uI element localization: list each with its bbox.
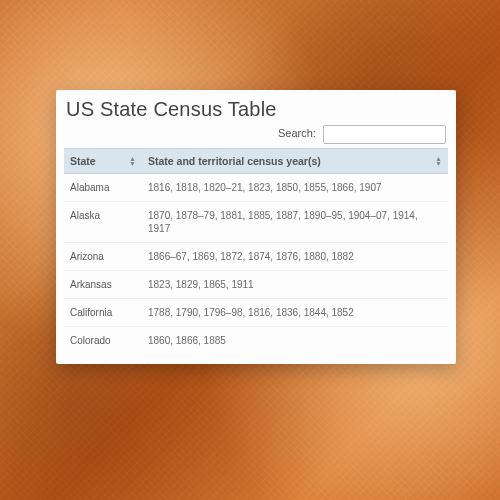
cell-years: 1866–67, 1869, 1872, 1874, 1876, 1880, 1… <box>142 243 448 271</box>
table-row: California 1788, 1790, 1796–98, 1816, 18… <box>64 299 448 327</box>
table-row: Arizona 1866–67, 1869, 1872, 1874, 1876,… <box>64 243 448 271</box>
census-table-panel: US State Census Table Search: State ▲▼ S… <box>56 90 456 364</box>
census-table: State ▲▼ State and territorial census ye… <box>64 148 448 354</box>
cell-years: 1860, 1866, 1885 <box>142 327 448 355</box>
cell-years: 1823, 1829, 1865, 1911 <box>142 271 448 299</box>
table-row: Alaska 1870, 1878–79, 1881, 1885, 1887, … <box>64 202 448 243</box>
table-row: Colorado 1860, 1866, 1885 <box>64 327 448 355</box>
column-header-state[interactable]: State ▲▼ <box>64 149 142 174</box>
cell-years: 1788, 1790, 1796–98, 1816, 1836, 1844, 1… <box>142 299 448 327</box>
sort-icon: ▲▼ <box>435 156 442 166</box>
search-row: Search: <box>64 125 446 144</box>
page-title: US State Census Table <box>66 98 448 121</box>
cell-state: Alaska <box>64 202 142 243</box>
table-row: Arkansas 1823, 1829, 1865, 1911 <box>64 271 448 299</box>
search-label: Search: <box>278 127 316 139</box>
cell-state: Colorado <box>64 327 142 355</box>
cell-years: 1816, 1818, 1820–21, 1823, 1850, 1855, 1… <box>142 174 448 202</box>
cell-years: 1870, 1878–79, 1881, 1885, 1887, 1890–95… <box>142 202 448 243</box>
search-input[interactable] <box>323 125 446 144</box>
cell-state: Alabama <box>64 174 142 202</box>
table-row: Alabama 1816, 1818, 1820–21, 1823, 1850,… <box>64 174 448 202</box>
column-header-state-label: State <box>70 155 96 167</box>
cell-state: California <box>64 299 142 327</box>
column-header-years[interactable]: State and territorial census year(s) ▲▼ <box>142 149 448 174</box>
cell-state: Arkansas <box>64 271 142 299</box>
cell-state: Arizona <box>64 243 142 271</box>
sort-icon: ▲▼ <box>129 156 136 166</box>
column-header-years-label: State and territorial census year(s) <box>148 155 321 167</box>
